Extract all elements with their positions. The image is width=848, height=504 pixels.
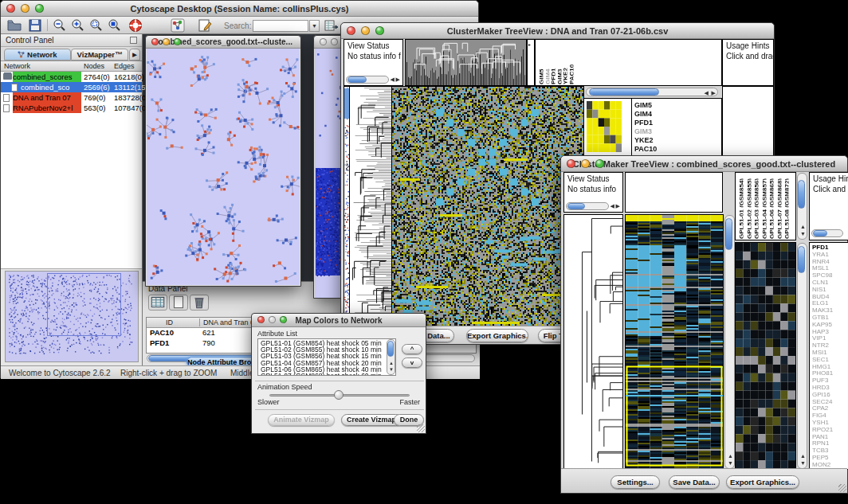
settings-button[interactable]: Settings... bbox=[610, 475, 660, 489]
row-dendrogram[interactable] bbox=[350, 87, 391, 326]
move-down-button[interactable]: v bbox=[402, 357, 422, 368]
scrollbar-thumb[interactable] bbox=[347, 76, 367, 83]
create-vizmap-button[interactable]: Create Vizmap bbox=[341, 414, 402, 426]
network-table-row[interactable]: RNAPuberNov2+l 563(0) 107847(0) bbox=[1, 103, 142, 113]
tv1-splitter-strip[interactable]: ▸ bbox=[527, 39, 535, 86]
usage-hscrollbar[interactable] bbox=[811, 229, 843, 237]
attribute-item[interactable]: GPL51-07 (GSM868) heat shock 60 min bbox=[258, 373, 395, 376]
scroll-up-icon[interactable]: ▲ bbox=[800, 453, 806, 459]
select-attributes-icon[interactable] bbox=[148, 295, 167, 311]
zoomed-heatmap[interactable] bbox=[736, 243, 795, 469]
minimize-button[interactable] bbox=[361, 26, 370, 35]
animate-vizmap-button[interactable]: Animate Vizmap bbox=[268, 414, 335, 426]
tv2-zoom-heatmap-panel[interactable] bbox=[735, 242, 796, 470]
attribute-list[interactable]: GPL51-01 (GSM854) heat shock 05 minGPL51… bbox=[257, 338, 396, 376]
scroll-up-icon[interactable]: ▲ bbox=[728, 453, 733, 459]
scrollbar-thumb[interactable] bbox=[387, 341, 394, 357]
zoom-in-icon[interactable] bbox=[70, 18, 84, 33]
main-window-titlebar[interactable]: Cytoscape Desktop (Session Name: collins… bbox=[1, 1, 478, 17]
network-table-row[interactable]: combined_sco 2569(6) 13112(15) bbox=[1, 82, 142, 92]
scroll-up-icon[interactable]: ▲ bbox=[800, 224, 806, 229]
resize-grip[interactable] bbox=[417, 424, 425, 432]
scroll-left-icon[interactable]: ◀ bbox=[610, 203, 614, 209]
close-button[interactable] bbox=[257, 316, 265, 323]
open-folder-icon[interactable] bbox=[7, 18, 22, 33]
birdseye-overview[interactable] bbox=[5, 271, 139, 362]
tv1-heatmap-panel[interactable] bbox=[391, 86, 584, 327]
scroll-up-icon[interactable]: ▲ bbox=[389, 361, 394, 366]
save-icon[interactable] bbox=[28, 18, 42, 33]
scroll-down-icon[interactable]: ▼ bbox=[800, 231, 806, 236]
tv1-zoom-hscrollbar[interactable]: ◀ ▶ bbox=[586, 88, 718, 96]
zoom-window-button[interactable] bbox=[35, 4, 44, 13]
minimize-button[interactable] bbox=[163, 38, 170, 45]
zoom-window-button[interactable] bbox=[280, 316, 287, 323]
close-button[interactable] bbox=[6, 4, 15, 13]
heatmap[interactable] bbox=[626, 215, 723, 469]
search-dropdown-button[interactable]: ▼ bbox=[309, 20, 320, 32]
column-dendrogram[interactable] bbox=[406, 40, 526, 85]
search-input[interactable] bbox=[253, 20, 308, 32]
scroll-right-icon[interactable]: ▶ bbox=[712, 90, 716, 96]
zoomed-heatmap[interactable] bbox=[587, 101, 622, 152]
tv2-heatmap-vscrollbar[interactable]: ▲ ▼ bbox=[724, 215, 735, 469]
scroll-right-icon[interactable]: ▶ bbox=[616, 203, 620, 209]
view-status-hscrollbar[interactable] bbox=[346, 76, 389, 84]
zoom-fit-icon[interactable] bbox=[107, 18, 121, 33]
close-button[interactable] bbox=[567, 159, 575, 168]
close-button[interactable] bbox=[347, 26, 355, 35]
zoom-window-button[interactable] bbox=[595, 159, 604, 168]
minimize-button[interactable] bbox=[331, 38, 338, 45]
view-status-hscrollbar[interactable] bbox=[566, 202, 609, 210]
resize-grip[interactable] bbox=[838, 484, 846, 492]
speed-slider-thumb[interactable] bbox=[334, 390, 344, 400]
tv2-row-dendrogram-panel[interactable] bbox=[563, 214, 623, 470]
export-graphics-button[interactable]: Export Graphics... bbox=[466, 329, 528, 342]
scrollbar-thumb[interactable] bbox=[813, 230, 827, 236]
heatmap[interactable] bbox=[392, 87, 583, 326]
scrollbar-thumb[interactable] bbox=[589, 88, 659, 96]
scroll-right-icon[interactable]: ▶ bbox=[396, 76, 400, 82]
export-table-icon[interactable] bbox=[324, 18, 338, 33]
tv2-zoom-vscrollbar[interactable]: ▲ ▼ bbox=[797, 243, 807, 469]
scroll-left-icon[interactable]: ◀ bbox=[705, 90, 709, 96]
scrollbar-thumb[interactable] bbox=[798, 180, 805, 209]
tab-vizmapper[interactable]: VizMapper™ bbox=[71, 49, 128, 61]
zoom-window-button[interactable] bbox=[174, 38, 181, 45]
row-dendrogram[interactable] bbox=[564, 215, 622, 469]
tv1-row-dendrogram-panel[interactable] bbox=[349, 86, 392, 327]
network-canvas[interactable] bbox=[147, 49, 300, 285]
tab-network[interactable]: Network bbox=[4, 49, 71, 61]
minimize-button[interactable] bbox=[269, 316, 276, 323]
new-attribute-icon[interactable] bbox=[169, 295, 188, 311]
scroll-left-icon[interactable]: ◀ bbox=[391, 76, 395, 82]
scroll-down-icon[interactable]: ▼ bbox=[728, 460, 733, 466]
attribute-list-vscrollbar[interactable]: ▲ ▼ bbox=[387, 339, 395, 375]
close-button[interactable] bbox=[320, 38, 327, 45]
minimize-button[interactable] bbox=[581, 159, 590, 168]
expand-icon[interactable]: ▸ bbox=[528, 42, 531, 48]
export-graphics-button[interactable]: Export Graphics... bbox=[726, 475, 799, 489]
save-data-button[interactable]: Save Data... bbox=[669, 475, 720, 489]
move-up-button[interactable]: ^ bbox=[402, 344, 422, 354]
network-table-row[interactable]: DNA and Tran 07 769(0) 183728(0) bbox=[1, 92, 142, 103]
scroll-down-icon[interactable]: ▼ bbox=[800, 460, 806, 466]
help-lifering-icon[interactable] bbox=[128, 18, 143, 33]
float-panel-icon[interactable] bbox=[130, 37, 137, 44]
annotation-icon[interactable] bbox=[198, 18, 212, 33]
tv1-column-dendrogram-panel[interactable] bbox=[405, 39, 527, 86]
tv2-collabel-vscrollbar[interactable]: ▲ ▼ bbox=[797, 173, 807, 240]
scrollbar-thumb[interactable] bbox=[567, 203, 585, 209]
network-table-row[interactable]: combined_scores 2764(0) 16218(0) bbox=[1, 72, 142, 82]
scroll-down-icon[interactable]: ▼ bbox=[389, 367, 394, 373]
minimize-button[interactable] bbox=[21, 4, 29, 13]
delete-attribute-trash-icon[interactable] bbox=[190, 295, 209, 311]
scrollbar-thumb[interactable] bbox=[798, 246, 805, 273]
scrollbar-thumb[interactable] bbox=[725, 218, 732, 250]
tv2-column-dendrogram-panel[interactable] bbox=[625, 172, 723, 213]
treeview1-titlebar[interactable]: ClusterMaker TreeView : DNA and Tran 07-… bbox=[341, 23, 774, 39]
zoom-selected-icon[interactable] bbox=[88, 18, 103, 33]
tv2-heatmap-panel[interactable] bbox=[625, 214, 724, 470]
tab-overflow-arrow[interactable]: ▶ bbox=[129, 49, 140, 61]
zoom-window-button[interactable] bbox=[375, 26, 384, 35]
